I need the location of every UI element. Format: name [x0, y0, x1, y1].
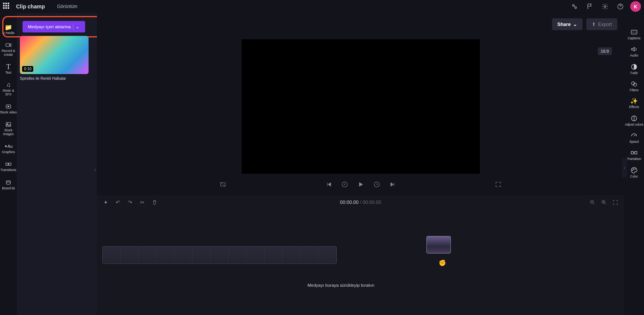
right-filters[interactable]: Filters — [629, 80, 638, 92]
svg-rect-10 — [6, 181, 11, 184]
effects-icon: ✨ — [630, 97, 638, 105]
step-back-icon[interactable] — [341, 181, 349, 188]
timeline-toolbar: ✦ ↶ ↷ ✂ 00:00.00 / 00:00.00 — [97, 195, 624, 210]
fade-icon — [630, 63, 638, 71]
settings-icon[interactable] — [600, 1, 610, 12]
right-label: Captions — [628, 37, 641, 40]
media-duration: 0:10 — [22, 66, 33, 72]
right-label: Fade — [630, 71, 638, 75]
upgrade-icon[interactable] — [569, 1, 580, 12]
delete-icon[interactable] — [151, 199, 158, 206]
import-media-button[interactable]: Medyayı içeri aktarma ⌄ — [23, 21, 85, 32]
svg-rect-16 — [631, 30, 637, 34]
skip-back-icon[interactable] — [325, 181, 332, 188]
right-label: Transition — [627, 157, 641, 161]
right-label: Adjust colors — [625, 123, 644, 126]
timecode-current: 00:00.00 — [340, 200, 359, 205]
import-callout-highlight: Medyayı içeri aktarma ⌄ — [2, 16, 109, 37]
redo-icon[interactable]: ↷ — [127, 199, 134, 206]
svg-rect-21 — [631, 152, 633, 154]
video-icon — [5, 103, 12, 110]
media-panel: Medyayı içeri aktarma ⌄ 0:10 Spindles il… — [17, 13, 97, 315]
aspect-ratio-button[interactable]: 16:9 — [598, 47, 612, 55]
app-menu-icon[interactable] — [3, 3, 11, 10]
nav-record-create[interactable]: Record & create — [0, 40, 17, 58]
svg-point-0 — [573, 5, 575, 6]
right-adjust-colors[interactable]: Adjust colors — [625, 115, 644, 126]
audio-icon — [630, 45, 638, 53]
nav-graphics[interactable]: ✦Au Graphics — [0, 141, 17, 155]
step-forward-icon[interactable] — [373, 181, 381, 188]
right-sidebar: Captions Audio Fade Filters ✨ Effects Ad… — [624, 13, 644, 315]
grab-cursor-icon: ✊ — [439, 259, 446, 267]
video-preview-canvas[interactable] — [242, 39, 480, 174]
share-button[interactable]: Share ⌄ — [552, 18, 583, 30]
svg-rect-4 — [6, 44, 10, 47]
timeline-drop-zone[interactable]: ✊ — [102, 246, 337, 264]
export-icon: ⬆ — [592, 21, 596, 27]
nav-label: Stock images — [0, 129, 17, 136]
flag-icon[interactable] — [584, 1, 595, 12]
svg-point-24 — [633, 169, 634, 170]
transition-icon — [630, 149, 638, 157]
right-audio[interactable]: Audio — [630, 45, 638, 57]
app-name: Clip champ — [16, 3, 45, 10]
import-label: Medyayı içeri aktarma — [28, 24, 71, 29]
nav-label: Brand kit — [2, 187, 15, 190]
right-effects[interactable]: ✨ Effects — [629, 97, 639, 109]
camera-icon — [5, 42, 12, 48]
fullscreen-icon[interactable] — [494, 181, 502, 188]
center-area: Share ⌄ ⬆ Export 16:9 — [97, 13, 624, 315]
right-transition[interactable]: Transition — [627, 149, 641, 161]
snapshot-icon[interactable] — [219, 181, 227, 188]
nav-stock-video[interactable]: Stock video — [0, 102, 17, 116]
nav-label: Music & SFX — [0, 89, 17, 96]
zoom-in-icon[interactable] — [600, 199, 607, 206]
media-title: Spindles ile Renkli Halkalar — [20, 76, 89, 81]
right-fade[interactable]: Fade — [630, 63, 638, 75]
zoom-out-icon[interactable] — [589, 199, 596, 206]
collapse-right-panel-button[interactable]: › — [622, 158, 627, 177]
split-icon[interactable]: ✂ — [139, 199, 146, 206]
right-label: Speed — [629, 140, 639, 144]
svg-rect-6 — [6, 123, 11, 127]
export-button[interactable]: ⬆ Export — [586, 18, 617, 30]
play-icon[interactable] — [357, 181, 365, 188]
nav-transitions[interactable]: Transitions — [0, 159, 17, 173]
nav-music-sfx[interactable]: ♫ Music & SFX — [0, 80, 17, 98]
undo-icon[interactable]: ↶ — [115, 199, 121, 206]
project-name[interactable]: Görüntüm — [57, 4, 77, 9]
right-captions[interactable]: Captions — [628, 28, 641, 40]
media-item[interactable]: 0:10 Spindles ile Renkli Halkalar — [20, 36, 89, 81]
left-sidebar: 📁 ly media Record & create T Text ♫ Musi… — [0, 13, 17, 315]
preview-area: Share ⌄ ⬆ Export 16:9 — [97, 13, 624, 195]
chevron-down-icon[interactable]: ⌄ — [73, 24, 80, 29]
help-icon[interactable] — [615, 1, 626, 12]
user-avatar[interactable]: K — [630, 1, 641, 12]
nav-brand-kit[interactable]: Brand kit — [0, 178, 17, 192]
svg-point-25 — [635, 169, 636, 170]
nav-stock-images[interactable]: Stock images — [0, 120, 17, 137]
magic-tool-icon[interactable]: ✦ — [102, 199, 109, 206]
dragging-clip-thumbnail[interactable] — [426, 236, 451, 254]
timeline-area: ✦ ↶ ↷ ✂ 00:00.00 / 00:00.00 — [97, 195, 624, 315]
timeline-body[interactable]: ✊ Medyayı buraya sürükleyip bırakın — [97, 210, 624, 315]
right-label: Effects — [629, 105, 639, 109]
nav-label: Text — [5, 71, 11, 74]
image-icon — [5, 121, 12, 128]
brand-kit-icon — [5, 179, 12, 186]
svg-rect-9 — [9, 163, 11, 165]
timecode-total: 00:00.00 — [363, 200, 381, 205]
skip-forward-icon[interactable] — [389, 181, 397, 188]
nav-text[interactable]: T Text — [0, 62, 17, 76]
right-label: Filters — [629, 89, 638, 92]
transitions-icon — [5, 161, 12, 168]
speed-icon — [630, 132, 638, 139]
right-label: Color — [630, 175, 638, 178]
right-color[interactable]: Color — [630, 166, 638, 178]
adjust-colors-icon — [630, 115, 638, 122]
share-label: Share — [557, 22, 571, 27]
right-speed[interactable]: Speed — [629, 132, 639, 144]
media-thumbnail[interactable]: 0:10 — [20, 36, 89, 74]
zoom-fit-icon[interactable] — [612, 199, 619, 206]
